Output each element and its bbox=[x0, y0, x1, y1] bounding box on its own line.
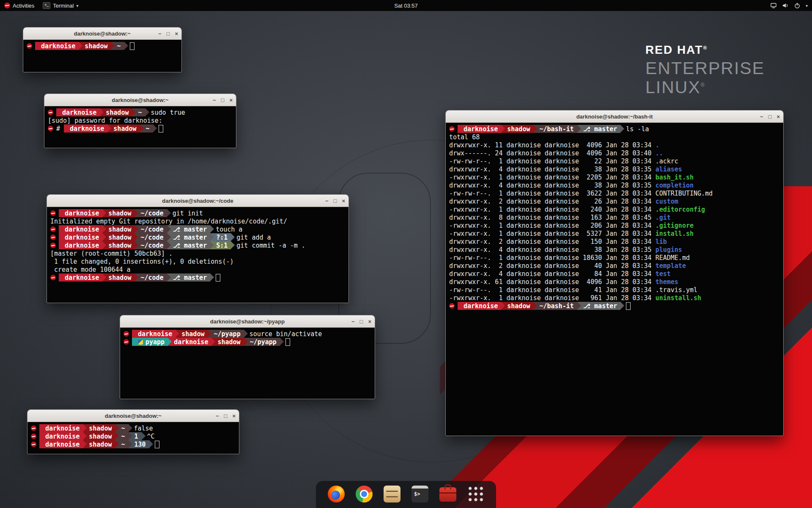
activities-button[interactable]: Activities bbox=[4, 3, 34, 9]
maximize-button[interactable]: □ bbox=[334, 198, 337, 204]
prompt-segment-git: ⎇ master bbox=[577, 302, 621, 310]
terminal-window-code[interactable]: darknoise@shadow:~/code − □ × darknoises… bbox=[47, 194, 349, 303]
prompt-segment-host: shadow bbox=[102, 233, 134, 241]
redhat-prompt-icon bbox=[123, 331, 129, 337]
app-menu-terminal[interactable]: >_ Terminal ▾ bbox=[43, 2, 78, 9]
terminal-text: lib bbox=[656, 238, 667, 246]
titlebar[interactable]: darknoise@shadow:~/bash-it − □ × bbox=[446, 110, 783, 123]
system-status-area[interactable]: ▾ bbox=[770, 2, 808, 9]
terminal-text: drwxrwxr-x. 11 darknoise darknoise 4096 … bbox=[449, 141, 656, 149]
titlebar[interactable]: darknoise@shadow:~ − □ × bbox=[27, 410, 239, 422]
minimize-button[interactable]: − bbox=[351, 319, 355, 324]
terminal-text: template bbox=[656, 262, 686, 270]
minimize-button[interactable]: − bbox=[216, 413, 219, 419]
terminal-window-exitcodes[interactable]: darknoise@shadow:~ − □ × darknoiseshadow… bbox=[27, 409, 239, 454]
terminal-body[interactable]: darknoiseshadow~falsedarknoiseshadow~1^C… bbox=[27, 422, 239, 450]
prompt-segment-user: darknoise bbox=[39, 440, 83, 448]
prompt-segment-path: ~/code bbox=[134, 225, 167, 233]
dock-item-firefox[interactable] bbox=[328, 486, 345, 502]
prompt-segment-host: shadow bbox=[501, 125, 533, 133]
clock[interactable]: Sat 03:57 bbox=[0, 3, 812, 9]
close-button[interactable]: × bbox=[232, 413, 236, 419]
terminal-cursor bbox=[285, 338, 290, 346]
prompt-segment-host: shadow bbox=[102, 241, 134, 249]
titlebar[interactable]: darknoise@shadow:~ − □ × bbox=[44, 94, 236, 106]
terminal-cursor bbox=[216, 274, 220, 282]
minimize-button[interactable]: − bbox=[325, 198, 329, 204]
window-title: darknoise@shadow:~/pyapp bbox=[210, 318, 285, 325]
minimize-button[interactable]: − bbox=[760, 114, 763, 119]
terminal-text: CONTRIBUTING.md bbox=[656, 190, 713, 197]
dock-item-terminal[interactable]: $> bbox=[411, 486, 428, 502]
maximize-button[interactable]: □ bbox=[768, 114, 772, 119]
close-button[interactable]: × bbox=[175, 31, 178, 36]
terminal-text: . bbox=[656, 141, 659, 149]
terminal-body[interactable]: darknoiseshadow~/codegit initInitialized… bbox=[47, 207, 348, 284]
terminal-window-home-1[interactable]: darknoise@shadow:~ − □ × darknoiseshadow… bbox=[23, 27, 182, 72]
terminal-cursor bbox=[155, 441, 159, 448]
terminal-text: custom bbox=[656, 198, 678, 205]
maximize-button[interactable]: □ bbox=[167, 31, 170, 36]
prompt-segment-user: darknoise bbox=[59, 225, 102, 233]
terminal-text: 1 file changed, 0 insertions(+), 0 delet… bbox=[50, 258, 233, 265]
titlebar[interactable]: darknoise@shadow:~/code − □ × bbox=[47, 195, 348, 207]
window-title: darknoise@shadow:~ bbox=[74, 30, 131, 37]
terminal-text: drwxrwxr-x. 8 darknoise darknoise 163 Ja… bbox=[449, 214, 656, 221]
brand-enterprise-text: ENTERPRISE bbox=[645, 60, 765, 77]
maximize-button[interactable]: □ bbox=[224, 413, 228, 419]
window-title: darknoise@shadow:~/bash-it bbox=[576, 113, 653, 120]
prompt-segment-git: ⎇ master bbox=[167, 233, 211, 241]
terminal-window-pyapp[interactable]: darknoise@shadow:~/pyapp − □ × darknoise… bbox=[120, 315, 375, 399]
terminal-body[interactable]: darknoiseshadow~ bbox=[23, 40, 181, 52]
minimize-button[interactable]: − bbox=[213, 97, 216, 103]
close-button[interactable]: × bbox=[342, 198, 345, 204]
terminal-window-sudo[interactable]: darknoise@shadow:~ − □ × darknoiseshadow… bbox=[44, 94, 236, 148]
prompt-segment-user: darknoise bbox=[458, 302, 501, 310]
terminal-text: README.md bbox=[656, 254, 690, 262]
terminal-text: drwx------. 24 darknoise darknoise 4096 … bbox=[449, 149, 656, 157]
minimize-button[interactable]: − bbox=[158, 31, 162, 36]
display-icon bbox=[770, 2, 777, 9]
redhat-prompt-icon bbox=[31, 425, 36, 431]
maximize-button[interactable]: □ bbox=[360, 319, 363, 324]
power-icon bbox=[794, 2, 801, 9]
dock-item-app-grid[interactable] bbox=[467, 486, 484, 502]
terminal-window-bash-it[interactable]: darknoise@shadow:~/bash-it − □ × darknoi… bbox=[445, 110, 784, 436]
prompt-segment-host: shadow bbox=[100, 108, 132, 116]
terminal-body[interactable]: darknoiseshadow~/bash-it⎇ masterls -lato… bbox=[446, 123, 783, 312]
rhel-wallpaper-logo: RED HAT® ENTERPRISE LINUX® bbox=[645, 44, 765, 96]
redhat-prompt-icon bbox=[31, 442, 36, 447]
terminal-text: install.sh bbox=[656, 230, 694, 237]
titlebar[interactable]: darknoise@shadow:~ − □ × bbox=[23, 28, 181, 40]
redhat-prompt-icon bbox=[50, 275, 56, 280]
dock-item-toolbox[interactable] bbox=[439, 486, 456, 502]
close-button[interactable]: × bbox=[229, 97, 233, 103]
terminal-body[interactable]: darknoiseshadow~/pyappsource bin/activat… bbox=[120, 328, 375, 348]
terminal-text: drwxrwxr-x. 4 darknoise darknoise 38 Jan… bbox=[449, 182, 656, 189]
terminal-text: Initialized empty Git repository in /hom… bbox=[50, 218, 287, 225]
terminal-text: -rwxrwxr-x. 1 darknoise darknoise 5327 J… bbox=[449, 230, 656, 237]
prompt-segment-user: darknoise bbox=[132, 330, 176, 338]
chevron-down-icon: ▾ bbox=[806, 3, 808, 8]
terminal-cursor bbox=[130, 42, 134, 50]
window-title: darknoise@shadow:~ bbox=[112, 97, 168, 103]
terminal-text: ^C bbox=[147, 433, 155, 440]
terminal-text: -rw-rw-r--. 1 darknoise darknoise 3622 J… bbox=[449, 190, 656, 197]
terminal-text: -rwxrwxr-x. 1 darknoise darknoise 961 Ja… bbox=[449, 294, 656, 302]
prompt-segment-path: ~/code bbox=[134, 209, 167, 217]
dock-item-chrome[interactable] bbox=[356, 486, 373, 502]
close-button[interactable]: × bbox=[368, 319, 371, 324]
terminal-text: drwxrwxr-x. 4 darknoise darknoise 38 Jan… bbox=[449, 166, 656, 173]
terminal-text: .editorconfig bbox=[656, 206, 705, 213]
maximize-button[interactable]: □ bbox=[221, 97, 225, 103]
python-icon bbox=[138, 340, 143, 345]
close-button[interactable]: × bbox=[776, 114, 780, 119]
terminal-text: # bbox=[56, 125, 64, 133]
terminal-text: drwxrwxr-x. 2 darknoise darknoise 150 Ja… bbox=[449, 238, 656, 246]
terminal-text: false bbox=[134, 425, 153, 432]
dock-item-files[interactable] bbox=[384, 486, 401, 502]
terminal-text: source bin/activate bbox=[250, 330, 322, 338]
terminal-body[interactable]: darknoiseshadow~sudo true[sudo] password… bbox=[44, 106, 236, 135]
terminal-text: drwxrwxr-x. 4 darknoise darknoise 38 Jan… bbox=[449, 246, 656, 254]
titlebar[interactable]: darknoise@shadow:~/pyapp − □ × bbox=[120, 315, 375, 328]
